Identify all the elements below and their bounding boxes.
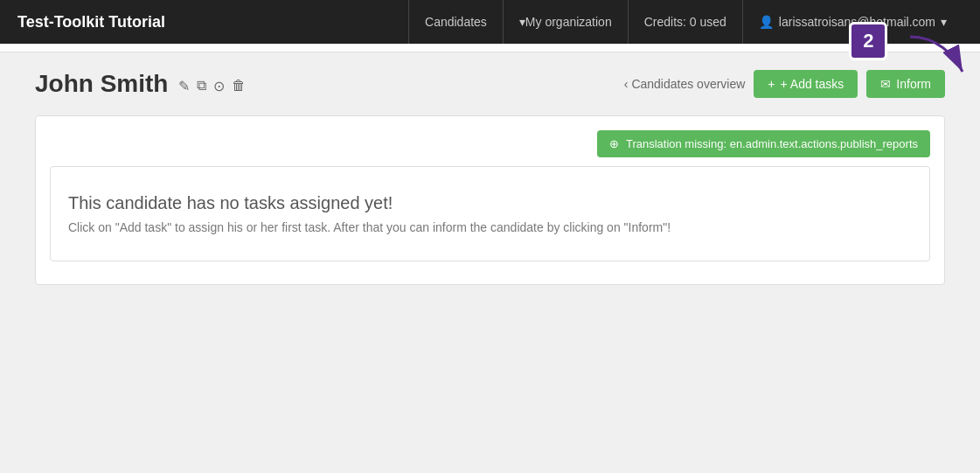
annotation-bubble: 2: [849, 22, 887, 60]
user-caret-icon: ▾: [941, 15, 947, 29]
navbar: Test-Toolkit Tutorial Candidates ▾ My or…: [0, 0, 980, 44]
page-title: John Smith: [35, 70, 168, 98]
delete-icon[interactable]: 🗑: [232, 78, 246, 94]
inform-button[interactable]: ✉ Inform: [866, 70, 945, 98]
credits-text: Credits: 0 used: [644, 15, 726, 29]
navbar-brand: Test-Toolkit Tutorial: [17, 13, 165, 31]
action-icons: ✎ ⧉ ⊙ 🗑: [178, 78, 246, 94]
inform-label: Inform: [896, 77, 931, 91]
back-link-text: Candidates overview: [631, 77, 745, 91]
error-bar-text: Translation missing: en.admin.text.actio…: [626, 137, 918, 150]
back-arrow-icon: ‹: [624, 77, 629, 91]
inner-card: This candidate has no tasks assigned yet…: [50, 166, 930, 261]
candidates-overview-link[interactable]: ‹ Candidates overview: [624, 77, 746, 91]
nav-credits: Credits: 0 used: [629, 0, 743, 44]
copy-icon[interactable]: ⧉: [197, 78, 206, 94]
add-tasks-label: + Add tasks: [781, 77, 844, 91]
email-icon: ✉: [880, 77, 891, 91]
my-organization-label: My organization: [525, 15, 612, 29]
candidates-label: Candidates: [425, 15, 487, 29]
download-icon[interactable]: ⊙: [213, 78, 225, 94]
nav-my-organization[interactable]: ▾ My organization: [504, 0, 629, 44]
caret-icon: ▾: [519, 15, 525, 29]
subheader: [0, 44, 980, 52]
user-icon: 👤: [759, 15, 774, 29]
add-tasks-button[interactable]: + + Add tasks: [754, 70, 858, 98]
no-tasks-description: Click on "Add task" to assign his or her…: [68, 220, 912, 234]
content-card: ⊕ Translation missing: en.admin.text.act…: [35, 115, 945, 285]
main-content: John Smith ✎ ⧉ ⊙ 🗑 ‹ Candidates overview…: [0, 52, 980, 303]
header-right: ‹ Candidates overview + + Add tasks 2: [624, 70, 945, 98]
edit-icon[interactable]: ✎: [178, 78, 190, 94]
error-bar-icon: ⊕: [609, 137, 619, 150]
nav-candidates[interactable]: Candidates: [408, 0, 504, 44]
plus-icon: +: [768, 77, 775, 91]
error-bar: ⊕ Translation missing: en.admin.text.act…: [597, 130, 930, 157]
page-title-section: John Smith ✎ ⧉ ⊙ 🗑: [35, 70, 246, 98]
inform-button-wrapper: 2 ✉ Inform: [866, 70, 945, 98]
no-tasks-title: This candidate has no tasks assigned yet…: [68, 193, 912, 213]
page-header: John Smith ✎ ⧉ ⊙ 🗑 ‹ Candidates overview…: [35, 70, 945, 98]
